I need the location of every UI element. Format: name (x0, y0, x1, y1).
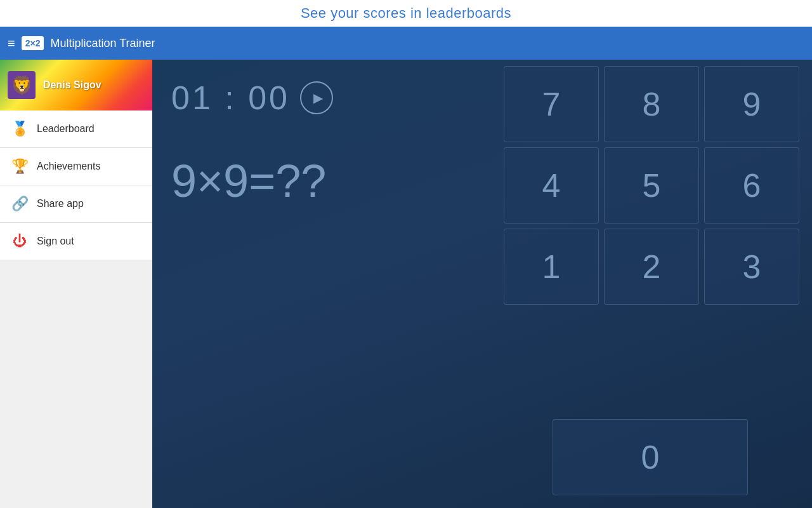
achievements-icon: 🏆 (11, 158, 28, 175)
leaderboard-label: Leaderboard (37, 123, 95, 135)
number-button-4[interactable]: 4 (504, 147, 599, 224)
sidebar-item-achievements[interactable]: 🏆 Achievements (0, 148, 152, 185)
sidebar-item-leaderboard[interactable]: 🏅 Leaderboard (0, 110, 152, 148)
app-header: ≡ 2×2 Multiplication Trainer (0, 27, 812, 60)
app-title: Multiplication Trainer (50, 37, 155, 50)
leaderboard-banner[interactable]: See your scores in leaderboards (0, 0, 812, 27)
zero-button[interactable]: 0 (553, 419, 748, 495)
number-button-9[interactable]: 9 (704, 66, 799, 142)
number-button-2[interactable]: 2 (604, 229, 699, 305)
banner-text: See your scores in leaderboards (301, 5, 511, 21)
number-button-6[interactable]: 6 (704, 147, 799, 224)
game-area: 01 : 00 ▶ 9×9=?? 789456123 0 (152, 60, 812, 508)
share-icon: 🔗 (11, 196, 28, 212)
signout-label: Sign out (37, 236, 74, 247)
main-content: Denis Sigov 🏅 Leaderboard 🏆 Achievements… (0, 60, 812, 508)
zero-row: 0 (501, 419, 799, 495)
sidebar-item-signout[interactable]: ⏻ Sign out (0, 223, 152, 260)
app-logo: 2×2 (22, 36, 44, 50)
leaderboard-icon: 🏅 (11, 121, 28, 137)
signout-icon: ⏻ (11, 233, 28, 250)
hamburger-icon[interactable]: ≡ (8, 36, 15, 51)
sidebar-item-share[interactable]: 🔗 Share app (0, 185, 152, 223)
sidebar: Denis Sigov 🏅 Leaderboard 🏆 Achievements… (0, 60, 152, 508)
avatar (8, 71, 36, 99)
timer-display: 01 : 00 (171, 79, 290, 117)
number-button-5[interactable]: 5 (604, 147, 699, 224)
username-label: Denis Sigov (43, 79, 102, 91)
number-button-1[interactable]: 1 (504, 229, 599, 305)
share-label: Share app (37, 198, 84, 210)
play-icon: ▶ (313, 90, 323, 105)
user-header: Denis Sigov (0, 60, 152, 110)
achievements-label: Achievements (37, 161, 101, 172)
play-button[interactable]: ▶ (300, 81, 333, 114)
number-button-7[interactable]: 7 (504, 66, 599, 142)
number-grid: 789456123 (504, 66, 799, 305)
number-button-8[interactable]: 8 (604, 66, 699, 142)
number-button-3[interactable]: 3 (704, 229, 799, 305)
